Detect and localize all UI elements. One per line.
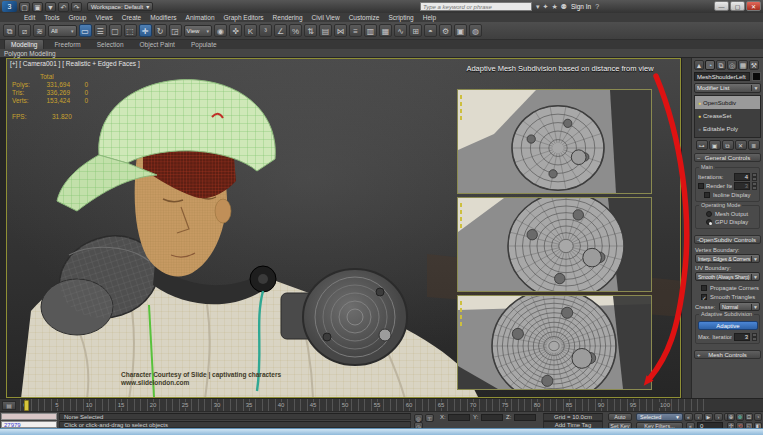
window-crossing-icon[interactable]: ⬚ [124, 24, 137, 37]
modifier-list-dropdown[interactable]: Modifier List ▼ [694, 83, 761, 93]
open-file-icon[interactable]: ▣ [32, 2, 43, 12]
angle-snap-toggle-icon[interactable]: ∠ [274, 24, 287, 37]
rendered-frame-window-icon[interactable]: ▣ [454, 24, 467, 37]
select-and-scale-icon[interactable]: ◲ [169, 24, 182, 37]
render-setup-icon[interactable]: ⚙ [439, 24, 452, 37]
cp-tab-hierarchy[interactable]: ⧉ [716, 60, 726, 70]
cp-tab-create[interactable]: ▲ [694, 60, 704, 70]
schematic-view-icon[interactable]: ⊞ [409, 24, 422, 37]
menu-tools[interactable]: Tools [44, 14, 59, 21]
auto-key-button[interactable]: Auto Key [608, 413, 632, 421]
isoline-display-row[interactable]: Isoline Display [698, 190, 757, 199]
select-and-link-icon[interactable]: ⧉ [3, 24, 16, 37]
maxscript-mini-listener-pink[interactable] [1, 413, 57, 420]
visibility-bulb-icon[interactable]: ● [698, 100, 701, 106]
undo-icon[interactable]: ↶ [58, 2, 69, 12]
menu-create[interactable]: Create [122, 14, 142, 21]
spinner-arrows[interactable] [752, 333, 757, 341]
cp-tab-utilities[interactable]: ⚒ [749, 60, 759, 70]
zoom-icon[interactable]: ⊕ [727, 413, 735, 421]
maxscript-mini-listener-white[interactable]: 27979 [1, 421, 57, 429]
field-of-view-icon[interactable]: ◔ [754, 413, 762, 421]
close-button[interactable]: ✕ [746, 1, 761, 11]
menu-group[interactable]: Group [68, 14, 86, 21]
maximize-button[interactable]: ▢ [730, 1, 745, 11]
ribbon-tab-modeling[interactable]: Modeling [4, 39, 44, 49]
configure-modifier-sets-button[interactable]: ≣ [748, 140, 760, 150]
keyboard-shortcut-override-icon[interactable]: K [244, 24, 257, 37]
render-iters-spinner[interactable]: 3 [734, 182, 750, 190]
reference-coordinate-system-dropdown[interactable]: View▾ [184, 25, 213, 37]
previous-frame-button[interactable]: ‹ [694, 413, 703, 421]
select-and-rotate-icon[interactable]: ↻ [154, 24, 167, 37]
zoom-all-icon[interactable]: ⊛ [736, 413, 744, 421]
rollout-header[interactable]: − OpenSubdiv Controls [694, 235, 761, 244]
edit-named-selection-sets-icon[interactable]: ▤ [319, 24, 332, 37]
play-button[interactable]: ▶ [704, 413, 713, 421]
menu-views[interactable]: Views [95, 14, 112, 21]
crease-dropdown[interactable]: Normal ▼ [719, 302, 760, 311]
selection-lock-icon[interactable]: ⚿ [425, 414, 434, 422]
mode-option-mesh-output[interactable]: Mesh Output [698, 210, 757, 218]
z-coord-field[interactable] [514, 414, 536, 422]
select-by-name-icon[interactable]: ☰ [94, 24, 107, 37]
unlink-selection-icon[interactable]: ⧄ [18, 24, 31, 37]
sign-in-link[interactable]: Sign In [571, 3, 591, 10]
menu-scripting[interactable]: Scripting [388, 14, 413, 21]
menu-modifiers[interactable]: Modifiers [150, 14, 176, 21]
spinner-snap-toggle-icon[interactable]: ⇅ [304, 24, 317, 37]
mode-option-gpu-display[interactable]: GPU Display [698, 218, 757, 226]
camera-viewport[interactable]: [+] [ Camera001 ] [ Realistic + Edged Fa… [6, 58, 681, 398]
layer-manager-icon[interactable]: ▥ [364, 24, 377, 37]
ribbon-tab-freeform[interactable]: Freeform [48, 40, 86, 49]
spinner-arrows[interactable] [752, 182, 757, 190]
modifier-stack-item-editable-poly[interactable]: ●Editable Poly [695, 122, 760, 135]
select-and-move-icon[interactable]: ✛ [139, 24, 152, 37]
object-name-field[interactable]: MeshShoulderLeft [694, 72, 750, 81]
render-production-icon[interactable]: ◍ [469, 24, 482, 37]
cp-tab-motion[interactable]: ◎ [727, 60, 737, 70]
ribbon-tab-selection[interactable]: Selection [91, 40, 130, 49]
snap-toggle-3d-icon[interactable]: ³ [259, 24, 272, 37]
menu-civil-view[interactable]: Civil View [312, 14, 340, 21]
cp-tab-display[interactable]: ▦ [738, 60, 748, 70]
percent-snap-toggle-icon[interactable]: % [289, 24, 302, 37]
rectangular-selection-region-icon[interactable]: ▢ [109, 24, 122, 37]
selection-set-dropdown[interactable]: Selected▼ [636, 413, 683, 421]
object-color-swatch[interactable] [752, 72, 761, 81]
isoline-display-checkbox[interactable] [704, 192, 710, 198]
align-icon[interactable]: ≡ [349, 24, 362, 37]
zoom-extents-icon[interactable]: ⊡ [745, 413, 753, 421]
menu-customize[interactable]: Customize [349, 14, 380, 21]
menu-edit[interactable]: Edit [24, 14, 35, 21]
rollout-header[interactable]: − General Controls [694, 153, 761, 162]
ribbon-tab-object-paint[interactable]: Object Paint [134, 40, 181, 49]
make-unique-button[interactable]: ⧉ [722, 140, 734, 150]
render-iters-checkbox[interactable] [698, 183, 704, 189]
menu-rendering[interactable]: Rendering [273, 14, 303, 21]
search-history-icon[interactable]: ▾ [536, 3, 540, 11]
iterations-spinner[interactable]: 4 [734, 173, 750, 181]
redo-icon[interactable]: ↷ [71, 2, 82, 12]
smooth-triangles-checkbox[interactable] [701, 294, 707, 300]
favorites-icon[interactable]: ★ [551, 3, 557, 11]
bind-to-space-warp-icon[interactable]: ≋ [33, 24, 46, 37]
menu-animation[interactable]: Animation [186, 14, 215, 21]
curve-editor-icon[interactable]: ∿ [394, 24, 407, 37]
select-and-manipulate-icon[interactable]: ✜ [229, 24, 242, 37]
smooth-triangles-row[interactable]: Smooth Triangles [695, 292, 760, 301]
vertex-boundary-dropdown[interactable]: Interp. Edges & Corners ▼ [695, 254, 760, 263]
spinner-arrows[interactable] [752, 173, 757, 181]
menu-graph-editors[interactable]: Graph Editors [224, 14, 264, 21]
y-coord-field[interactable] [481, 414, 503, 422]
material-editor-icon[interactable]: ◓ [424, 24, 437, 37]
propagate-corners-row[interactable]: Propagate Corners [695, 283, 760, 292]
search-input[interactable] [420, 2, 532, 11]
graphite-ribbon-toggle-icon[interactable]: ▦ [379, 24, 392, 37]
remove-modifier-button[interactable]: ✕ [735, 140, 747, 150]
adaptive-button[interactable]: Adaptive [698, 321, 758, 330]
x-coord-field[interactable] [448, 414, 470, 422]
menu-help[interactable]: Help [423, 14, 436, 21]
communication-center-icon[interactable]: ✦ [543, 3, 549, 11]
select-object-icon[interactable]: ▭ [79, 24, 92, 37]
